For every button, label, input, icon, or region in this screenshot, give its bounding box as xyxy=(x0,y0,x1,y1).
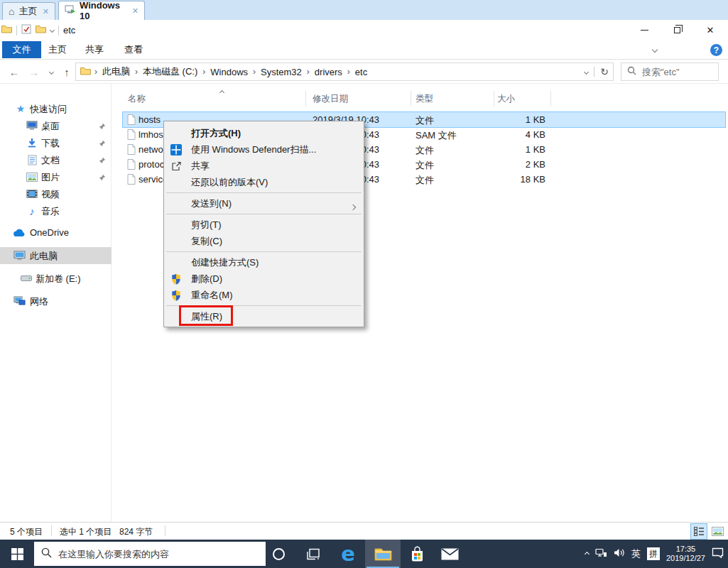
breadcrumb-system32[interactable]: System32 xyxy=(259,67,303,77)
edge-button[interactable]: e xyxy=(331,540,365,568)
address-bar[interactable]: › 此电脑 › 本地磁盘 (C:) › Windows › System32 ›… xyxy=(75,62,614,81)
store-button[interactable] xyxy=(401,540,433,568)
properties-qat-icon[interactable] xyxy=(21,24,31,36)
network-icon xyxy=(13,295,26,307)
menu-item-cut[interactable]: 剪切(T) xyxy=(164,217,364,233)
restore-button[interactable] xyxy=(663,20,691,40)
ribbon-file-button[interactable]: 文件 xyxy=(2,41,41,58)
minimize-button[interactable] xyxy=(630,20,658,40)
search-icon xyxy=(627,66,636,77)
qat-customize-chevron-icon[interactable] xyxy=(50,28,55,33)
ime-language-indicator[interactable]: 英 xyxy=(631,547,641,560)
cortana-button[interactable] xyxy=(264,540,293,568)
file-icon xyxy=(127,144,136,157)
tray-time: 17:35 xyxy=(676,545,696,553)
clock[interactable]: 17:35 2019/12/27 xyxy=(666,545,705,563)
address-dropdown-chevron-icon[interactable] xyxy=(584,69,589,74)
computer-icon xyxy=(13,250,26,261)
uac-shield-icon xyxy=(170,273,183,285)
file-explorer-button[interactable] xyxy=(365,540,401,568)
sidebar-item-music[interactable]: ♪ 音乐 xyxy=(0,202,112,219)
close-button[interactable]: ✕ xyxy=(696,20,724,40)
sidebar-item-this-pc[interactable]: 此电脑 xyxy=(0,247,112,264)
sidebar-item-quick-access[interactable]: ★ 快速访问 xyxy=(0,100,112,117)
mail-icon xyxy=(441,548,459,560)
ime-mode-indicator[interactable]: 拼 xyxy=(647,547,660,560)
column-header-type[interactable]: 类型 xyxy=(415,93,433,105)
menu-item-defender-scan[interactable]: 使用 Windows Defender扫描... xyxy=(164,141,364,158)
volume-icon[interactable] xyxy=(614,548,625,559)
breadcrumb-drivers[interactable]: drivers xyxy=(313,67,344,77)
sidebar-item-downloads[interactable]: 下载 xyxy=(0,134,112,151)
task-view-button[interactable] xyxy=(297,540,328,568)
menu-item-copy[interactable]: 复制(C) xyxy=(164,233,364,249)
sort-ascending-caret-icon xyxy=(220,87,224,97)
sidebar-item-pictures[interactable]: 图片 xyxy=(0,168,112,185)
ribbon-tab-home[interactable]: 主页 xyxy=(48,41,67,58)
help-button[interactable]: ? xyxy=(710,44,722,56)
quick-access-toolbar: etc xyxy=(1,20,75,40)
pin-icon xyxy=(99,155,106,166)
sidebar-item-network[interactable]: 网络 xyxy=(0,293,112,310)
file-explorer-icon xyxy=(374,547,392,561)
hidden-icons-chevron-icon[interactable] xyxy=(585,551,590,556)
breadcrumb-chevron-icon: › xyxy=(202,67,205,77)
sidebar-item-desktop[interactable]: 桌面 xyxy=(0,117,112,134)
new-folder-qat-icon[interactable] xyxy=(36,25,46,36)
thumbnail-view-button[interactable] xyxy=(709,523,726,540)
file-icon xyxy=(127,174,136,187)
browser-tab-home[interactable]: ⌂ 主页 ✕ xyxy=(2,2,55,20)
vm-tab-strip: ⌂ 主页 ✕ Windows 10 ✕ xyxy=(0,0,728,20)
refresh-icon[interactable]: ↻ xyxy=(600,66,609,77)
address-bar-row: ← → ↑ › 此电脑 › 本地磁盘 (C:) › Windows › Syst… xyxy=(0,60,728,84)
breadcrumb-etc[interactable]: etc xyxy=(354,67,369,77)
column-header-date[interactable]: 修改日期 xyxy=(313,93,348,105)
sidebar-item-onedrive[interactable]: OneDrive xyxy=(0,224,112,241)
annotation-red-box xyxy=(179,305,233,326)
menu-item-open-with[interactable]: 打开方式(H) xyxy=(164,125,364,141)
search-box[interactable] xyxy=(621,62,719,81)
ribbon-collapse-chevron-icon[interactable] xyxy=(652,47,658,53)
separator xyxy=(58,26,59,36)
windows-logo-icon xyxy=(11,548,23,560)
sidebar-item-documents[interactable]: 文档 xyxy=(0,151,112,168)
mail-button[interactable] xyxy=(433,540,466,568)
column-header-size[interactable]: 大小 xyxy=(497,93,515,105)
ribbon-tab-share[interactable]: 共享 xyxy=(85,41,104,58)
sidebar-item-new-volume-e[interactable]: 新加卷 (E:) xyxy=(0,270,112,287)
forward-button[interactable]: → xyxy=(26,60,43,84)
taskbar-search-box[interactable] xyxy=(34,542,266,566)
browser-tab-windows10[interactable]: Windows 10 ✕ xyxy=(58,1,145,20)
ribbon-tab-view[interactable]: 查看 xyxy=(124,41,143,58)
up-button[interactable]: ↑ xyxy=(58,60,75,84)
network-tray-icon[interactable] xyxy=(595,548,607,559)
task-view-icon xyxy=(306,548,320,560)
breadcrumb-chevron-icon: › xyxy=(253,67,256,77)
selected-bytes: 824 字节 xyxy=(119,526,153,538)
menu-item-send-to[interactable]: 发送到(N) xyxy=(164,195,364,212)
close-tab-icon[interactable]: ✕ xyxy=(43,7,49,16)
menu-item-rename[interactable]: 重命名(M) xyxy=(164,287,364,303)
window-title: etc xyxy=(63,25,75,36)
explorer-title-bar: etc ✕ xyxy=(0,20,728,40)
search-input[interactable] xyxy=(642,67,712,77)
breadcrumb-windows[interactable]: Windows xyxy=(209,67,249,77)
menu-item-share[interactable]: 共享 xyxy=(164,158,364,174)
menu-item-create-shortcut[interactable]: 创建快捷方式(S) xyxy=(164,254,364,271)
share-icon xyxy=(170,160,183,172)
column-header-name[interactable]: 名称 xyxy=(128,93,146,105)
menu-separator xyxy=(164,249,364,254)
start-button[interactable] xyxy=(0,540,34,568)
action-center-icon[interactable] xyxy=(712,547,724,560)
back-button[interactable]: ← xyxy=(6,60,23,84)
onedrive-cloud-icon xyxy=(13,227,26,239)
details-view-button[interactable] xyxy=(690,523,707,540)
recent-locations-chevron-icon[interactable] xyxy=(43,60,60,84)
taskbar-search-input[interactable] xyxy=(58,549,259,559)
menu-item-delete[interactable]: 删除(D) xyxy=(164,271,364,287)
menu-item-restore-versions[interactable]: 还原以前的版本(V) xyxy=(164,174,364,190)
close-tab-icon[interactable]: ✕ xyxy=(132,6,138,16)
breadcrumb-this-pc[interactable]: 此电脑 xyxy=(101,65,131,78)
breadcrumb-c-drive[interactable]: 本地磁盘 (C:) xyxy=(141,65,199,78)
sidebar-item-videos[interactable]: 视频 xyxy=(0,185,112,202)
